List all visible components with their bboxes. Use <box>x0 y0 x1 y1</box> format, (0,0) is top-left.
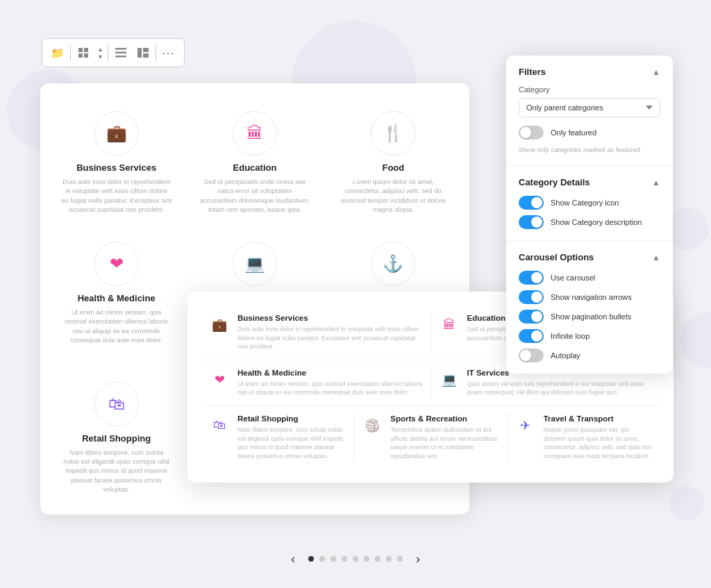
category-name: Food <box>382 162 404 173</box>
filters-panel: Filters ▲ Category Only parent categorie… <box>506 56 673 373</box>
category-name: Health & Medicine <box>78 293 156 303</box>
show-icon-label: Show Category icon <box>551 199 619 207</box>
category-icon: 💼 <box>94 111 139 156</box>
grid-category-item: ❤ Health & Medicine Ut enim ad minim ven… <box>54 235 178 360</box>
svg-rect-1 <box>84 48 88 52</box>
filters-section: Filters ▲ Category Only parent categorie… <box>506 56 673 166</box>
list-category-name: Business Services <box>237 314 424 322</box>
page-dot-7[interactable] <box>375 556 380 562</box>
category-desc: Ut enim ad minim veniam, quis nostrud ex… <box>61 308 172 344</box>
only-featured-label: Only featured <box>551 128 596 137</box>
page-dot-9[interactable] <box>397 556 403 562</box>
prev-arrow[interactable]: ‹ <box>283 549 303 569</box>
list-item: ✈ Travel & Transport Neque porro quisqua… <box>508 406 660 469</box>
list-category-desc: Ut enim ad minim veniam, quis nostrud ex… <box>237 380 424 397</box>
list-category-content: Health & Medicine Ut enim ad minim venia… <box>237 369 424 397</box>
list-category-name: Travel & Transport <box>544 414 653 423</box>
layout-button[interactable] <box>132 42 154 64</box>
featured-note: Show only categories marked as featured. <box>519 145 660 154</box>
list-category-icon: 💼 <box>208 314 231 336</box>
bg-decoration <box>667 208 708 250</box>
list-category-name: Health & Medicine <box>237 369 424 377</box>
filters-title: Filters <box>519 67 546 77</box>
list-category-name: Sports & Recreation <box>390 414 499 423</box>
category-icon: 🍴 <box>371 111 415 156</box>
list-category-icon: ❤ <box>208 369 231 391</box>
list-category-icon: 💻 <box>438 369 460 391</box>
filters-chevron[interactable]: ▲ <box>652 67 660 77</box>
list-category-desc: Nam libero tempore, cum soluta nobis est… <box>237 426 346 460</box>
list-category-desc: Neque porro quisquam est, qui dolorem ip… <box>544 426 653 460</box>
svg-rect-3 <box>84 53 88 58</box>
sort-button[interactable]: ▲ ▼ <box>94 44 106 62</box>
page-dot-6[interactable] <box>364 556 369 562</box>
grid-category-item: 🍴 Food Lorem ipsum dolor sit amet, conse… <box>331 104 455 221</box>
carousel-options-title: Carousel Options <box>519 252 594 262</box>
grid-category-item: 💼 Business Services Duis aute irure dolo… <box>54 104 178 221</box>
grid-category-item: 🏛 Education Sed ut perspiciatis unde omn… <box>192 104 317 221</box>
show-bullets-toggle[interactable] <box>519 310 544 324</box>
list-item: 💼 Business Services Duis aute irure dolo… <box>201 305 430 360</box>
list-category-content: Business Services Duis aute irure dolor … <box>237 314 424 351</box>
svg-rect-5 <box>115 52 126 54</box>
show-bullets-label: Show pagination bullets <box>551 312 631 321</box>
separator <box>70 44 71 61</box>
autoplay-toggle[interactable] <box>519 348 544 362</box>
bg-decoration <box>680 312 711 368</box>
list-row: 🛍 Retail Shopping Nam libero tempore, cu… <box>201 405 660 469</box>
list-category-icon: ✈ <box>515 414 537 437</box>
svg-rect-8 <box>143 48 149 52</box>
category-desc: Nam libero tempore, cum soluta nobis est… <box>61 448 172 494</box>
category-details-chevron[interactable]: ▲ <box>652 178 660 187</box>
folder-button[interactable]: 📁 <box>47 42 69 64</box>
category-icon: 🏛 <box>233 111 277 156</box>
separator <box>108 44 108 61</box>
list-category-icon: 🏐 <box>361 414 383 437</box>
grid-button[interactable] <box>72 42 94 64</box>
only-featured-toggle[interactable] <box>519 126 544 140</box>
use-carousel-label: Use carousel <box>551 274 595 282</box>
list-item: ❤ Health & Medicine Ut enim ad minim ven… <box>201 360 430 405</box>
filters-header: Filters ▲ <box>519 67 660 77</box>
separator <box>156 44 156 61</box>
list-item: 🏐 Sports & Recreation Temporibus autem q… <box>354 406 506 469</box>
svg-rect-4 <box>115 48 126 50</box>
category-desc: Duis aute irure dolor in reprehenderit i… <box>61 177 172 214</box>
show-icon-toggle[interactable] <box>519 196 544 210</box>
category-desc: Lorem ipsum dolor sit amet, consectetur,… <box>338 177 449 214</box>
carousel-options-chevron[interactable]: ▲ <box>652 253 660 262</box>
grid-category-item: 🛍 Retail Shopping Nam libero tempore, cu… <box>54 375 178 501</box>
carousel-options-header: Carousel Options ▲ <box>519 252 660 262</box>
autoplay-label: Autoplay <box>551 351 580 360</box>
next-arrow[interactable]: › <box>408 549 428 569</box>
list-category-icon: 🏛 <box>438 314 460 336</box>
infinite-loop-toggle[interactable] <box>519 329 544 343</box>
page-dot-8[interactable] <box>386 556 392 562</box>
bg-decoration <box>669 486 704 521</box>
category-select[interactable]: Only parent categories All categories <box>519 98 660 117</box>
svg-rect-2 <box>78 53 83 58</box>
list-category-desc: Duis aute irure dolor in reprehenderit i… <box>237 325 424 351</box>
list-button[interactable] <box>110 42 132 64</box>
list-category-content: Sports & Recreation Temporibus autem qui… <box>390 414 499 460</box>
page-dot-4[interactable] <box>342 556 347 562</box>
show-nav-label: Show navigation arrows <box>551 293 632 301</box>
category-name: Education <box>233 162 277 173</box>
page-dot-2[interactable] <box>319 556 325 562</box>
pagination: ‹ › <box>0 549 711 569</box>
category-desc: Sed ut perspiciatis unde omnis iste natu… <box>199 177 310 214</box>
show-desc-toggle[interactable] <box>519 215 544 229</box>
more-button[interactable]: ⋯ <box>158 42 180 64</box>
svg-rect-6 <box>115 56 126 58</box>
page-dot-3[interactable] <box>331 556 336 562</box>
page-dot-5[interactable] <box>353 556 358 562</box>
category-icon: ❤ <box>94 242 139 286</box>
category-name: Business Services <box>76 162 156 173</box>
svg-rect-7 <box>137 48 142 58</box>
carousel-options-section: Carousel Options ▲ Use carousel Show nav… <box>506 241 673 373</box>
show-nav-toggle[interactable] <box>519 290 544 304</box>
page-dot-1[interactable] <box>308 556 314 562</box>
use-carousel-toggle[interactable] <box>519 271 544 285</box>
list-item: 🛍 Retail Shopping Nam libero tempore, cu… <box>201 406 353 469</box>
category-icon: 🛍 <box>94 382 139 426</box>
